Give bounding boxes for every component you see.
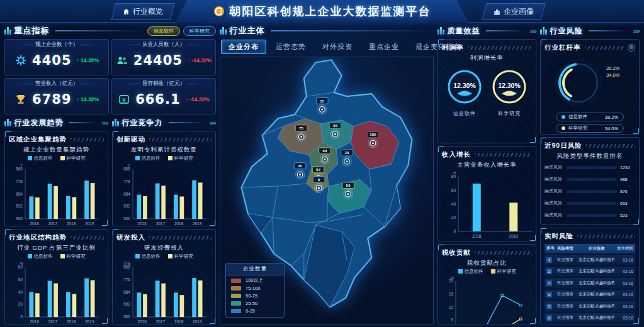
svg-text:776: 776 xyxy=(123,179,130,184)
card-subtitle: 区域企业集聚趋势 xyxy=(9,135,67,144)
chart-legend: 信息软件科学研究 xyxy=(116,155,212,162)
svg-text:5: 5 xyxy=(451,318,453,322)
card-subheader: 创新驱动 xyxy=(116,135,212,144)
kpi-card-1[interactable]: 从业人员数（人）24405↓ -14.32% xyxy=(111,39,216,75)
trend-title: 行业发展趋势 xyxy=(14,118,64,128)
kpi-title: 重点指标 xyxy=(14,25,50,36)
risk-more-button[interactable]: »» xyxy=(633,27,640,35)
trend-more-button[interactable]: »» xyxy=(102,119,108,126)
svg-text:10: 10 xyxy=(449,305,454,309)
bar-chart-icon xyxy=(494,8,500,15)
svg-text:684: 684 xyxy=(16,192,23,196)
table-row[interactable]: 2司法预警北京启航卓越科技有限公司03-16 xyxy=(545,267,635,277)
kpi-tag-1[interactable]: 科学研究 xyxy=(183,26,216,36)
tab-3[interactable]: 重点企业 xyxy=(362,40,406,53)
svg-text:39.2%: 39.2% xyxy=(606,65,620,71)
hatch-decoration xyxy=(475,153,532,157)
kpi-card-2[interactable]: 营业收入（亿元）6789↑ 14.32% xyxy=(4,78,109,114)
hatch-decoration xyxy=(475,251,532,255)
card-subheader: 行业地区结构趋势 xyxy=(9,233,104,242)
nav-right-label: 企业画像 xyxy=(504,6,534,17)
risk-bar-row: 融资风险1234 xyxy=(545,164,635,170)
svg-text:868: 868 xyxy=(123,265,130,269)
table-row[interactable]: 6司法预警北京启航卓越科技有限公司03-16 xyxy=(545,313,635,324)
top-header: 行业概览 朝阳区科创规上企业大数据监测平台 企业画像 xyxy=(0,0,644,23)
map-legend-item: 75-100 xyxy=(226,284,284,291)
tab-2[interactable]: 对外投资 xyxy=(315,40,359,53)
quality-title: 质量效益 xyxy=(448,26,480,36)
card-subheader: 利润率 xyxy=(442,43,532,52)
map-legend-item: 50-75 xyxy=(226,291,284,299)
section-bars-icon xyxy=(4,27,11,35)
section-bars-icon xyxy=(4,119,11,126)
tab-1[interactable]: 运营态势 xyxy=(269,40,313,53)
chart-title: 利润增长率 xyxy=(442,54,532,62)
gear-icon[interactable]: ⚙ xyxy=(628,44,635,52)
svg-text:2019: 2019 xyxy=(85,319,94,324)
kpi-section-header: 重点指标 信息软件科学研究 xyxy=(4,25,216,36)
donut-legend-item: 科学研究34.0% xyxy=(556,124,624,133)
kpi-value: 24405 xyxy=(133,53,183,68)
hatch-decoration xyxy=(71,236,104,240)
tab-0[interactable]: 企业分布 xyxy=(221,40,266,54)
table-row[interactable]: 4司法预警北京启航卓越科技有限公司03-16 xyxy=(545,290,635,301)
card-subheader: 研发投入 xyxy=(116,233,212,242)
kpi-card-3[interactable]: 留存税收（亿元）¥666.1↓ -14.32% xyxy=(111,78,216,114)
svg-text:684: 684 xyxy=(123,192,130,196)
quality-more-button[interactable]: »» xyxy=(530,27,536,35)
left-column: 重点指标 信息软件科学研究 规上企业数（个）4405↑ 14.32%从业人员数（… xyxy=(4,25,216,324)
svg-text:¥: ¥ xyxy=(123,97,126,103)
svg-text:68: 68 xyxy=(322,148,327,153)
hatch-decoration xyxy=(577,235,635,238)
svg-text:36: 36 xyxy=(333,123,337,128)
gear-icon xyxy=(14,54,27,67)
map-legend: 企业数量 100以上75-10050-7525-500-25 xyxy=(225,263,285,318)
svg-text:2017: 2017 xyxy=(156,319,166,324)
chart-title: 风险类型事件数量排名 xyxy=(545,152,635,160)
card-subheader: 近90日风险 xyxy=(545,141,635,150)
table-row[interactable]: 1司法预警北京启航卓越科技有限公司03-16 xyxy=(545,255,635,265)
svg-text:2018: 2018 xyxy=(67,319,76,324)
compete-card-rnd: 研发投入 研发经费投入信息软件科学研究万元5005926847768682016… xyxy=(112,229,216,324)
nav-left-label: 行业概览 xyxy=(133,6,163,17)
svg-text:684: 684 xyxy=(123,290,130,294)
svg-text:2018: 2018 xyxy=(67,221,76,226)
kpi-grid: 规上企业数（个）4405↑ 14.32%从业人员数（人）24405↓ -14.3… xyxy=(4,39,216,114)
svg-text:2019: 2019 xyxy=(193,319,202,324)
compete-more-button[interactable]: »» xyxy=(210,119,216,126)
card-subtitle: 研发投入 xyxy=(116,233,145,242)
hatch-decoration xyxy=(71,138,104,141)
table-header: 序号风险类型企业名称发生时间 xyxy=(545,244,635,253)
svg-text:2017: 2017 xyxy=(48,221,58,226)
card-subtitle: 收入增长 xyxy=(442,150,471,159)
map-legend-title: 企业数量 xyxy=(226,263,284,275)
profit-card: 利润率 利润增长率12.30%信息软件12.30%科学研究 xyxy=(438,39,536,143)
nav-enterprise-portrait[interactable]: 企业画像 xyxy=(482,3,546,20)
card-subheader: 行业杠杆率 ⚙ xyxy=(545,43,635,52)
kpi-card-0[interactable]: 规上企业数（个）4405↑ 14.32% xyxy=(4,39,109,75)
map-legend-item: 100以上 xyxy=(226,275,284,284)
table-row[interactable]: 5司法预警北京启航卓越科技有限公司03-16 xyxy=(545,301,635,312)
nav-industry-overview[interactable]: 行业概览 xyxy=(111,3,175,20)
chart-gdp-share: 行业 GDP 占第三产业比例信息软件科学研究%02040608020162017… xyxy=(9,244,104,324)
svg-text:2018: 2018 xyxy=(472,234,482,238)
svg-text:40: 40 xyxy=(451,202,456,206)
card-subtitle: 行业地区结构趋势 xyxy=(9,233,67,242)
card-subheader: 收入增长 xyxy=(442,150,532,159)
chart-title: 规上企业数量集聚趋势 xyxy=(9,146,104,154)
hatch-decoration xyxy=(468,46,533,50)
kpi-tag-0[interactable]: 信息软件 xyxy=(147,26,180,36)
svg-text:20: 20 xyxy=(345,150,349,155)
table-row[interactable]: 3司法预警北京启航卓越科技有限公司03-16 xyxy=(545,278,635,289)
divider xyxy=(69,122,96,123)
leverage-card: 行业杠杆率 ⚙ 39.2%34.0%信息软件39.2%科学研究34.0% xyxy=(540,39,640,135)
divider xyxy=(486,30,524,31)
svg-text:20: 20 xyxy=(451,215,456,219)
tax-card: 税收贡献 税收贡献占比信息软件科学研究%05101520201620172018… xyxy=(438,244,536,324)
chart-patents: 发明专利累计授权数量信息软件科学研究个500592684776868201620… xyxy=(116,146,212,226)
home-icon xyxy=(123,8,130,15)
svg-text:60: 60 xyxy=(18,277,23,282)
svg-text:500: 500 xyxy=(123,216,130,221)
gauge-科学研究: 12.30%科学研究 xyxy=(491,69,528,117)
chart-title: 主营业务收入增长率 xyxy=(442,161,532,169)
